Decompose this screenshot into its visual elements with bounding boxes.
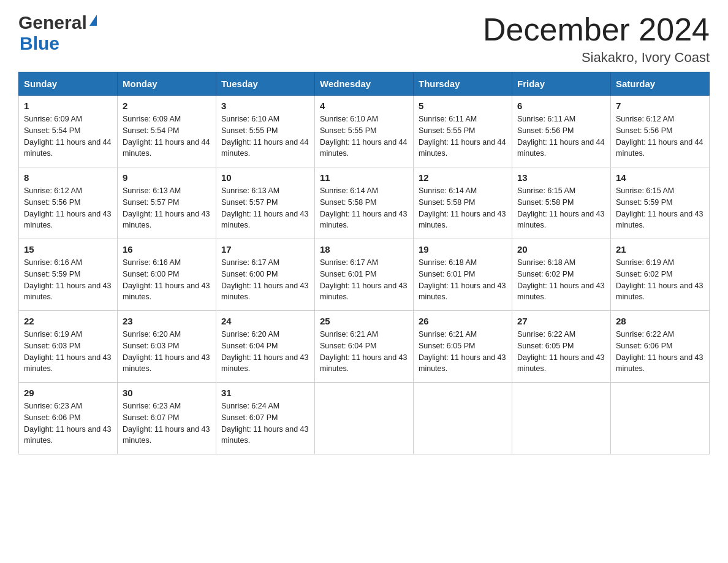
- day-number: 12: [419, 172, 507, 183]
- day-number: 24: [221, 316, 309, 326]
- calendar-week-row: 1 Sunrise: 6:09 AMSunset: 5:54 PMDayligh…: [19, 96, 710, 167]
- calendar-day-cell: [315, 383, 414, 454]
- calendar-day-cell: 9 Sunrise: 6:13 AMSunset: 5:57 PMDayligh…: [118, 167, 216, 239]
- day-info: Sunrise: 6:10 AMSunset: 5:55 PMDaylight:…: [221, 115, 308, 158]
- calendar-day-cell: 24 Sunrise: 6:20 AMSunset: 6:04 PMDaylig…: [216, 311, 315, 383]
- calendar-day-cell: 17 Sunrise: 6:17 AMSunset: 6:00 PMDaylig…: [216, 239, 315, 311]
- calendar-day-cell: 1 Sunrise: 6:09 AMSunset: 5:54 PMDayligh…: [19, 96, 118, 167]
- day-number: 15: [24, 244, 112, 255]
- day-number: 28: [616, 316, 704, 326]
- calendar-table: SundayMondayTuesdayWednesdayThursdayFrid…: [18, 72, 710, 454]
- day-number: 22: [24, 316, 112, 326]
- calendar-day-cell: 20 Sunrise: 6:18 AMSunset: 6:02 PMDaylig…: [512, 239, 611, 311]
- calendar-day-cell: 2 Sunrise: 6:09 AMSunset: 5:54 PMDayligh…: [118, 96, 216, 167]
- calendar-day-cell: 7 Sunrise: 6:12 AMSunset: 5:56 PMDayligh…: [611, 96, 710, 167]
- day-number: 21: [616, 244, 704, 255]
- day-info: Sunrise: 6:21 AMSunset: 6:04 PMDaylight:…: [320, 330, 407, 373]
- calendar-day-cell: 30 Sunrise: 6:23 AMSunset: 6:07 PMDaylig…: [118, 383, 216, 454]
- day-number: 7: [616, 101, 704, 111]
- day-info: Sunrise: 6:09 AMSunset: 5:54 PMDaylight:…: [24, 115, 111, 158]
- day-number: 30: [123, 388, 211, 398]
- day-info: Sunrise: 6:19 AMSunset: 6:03 PMDaylight:…: [24, 330, 111, 373]
- calendar-week-row: 8 Sunrise: 6:12 AMSunset: 5:56 PMDayligh…: [19, 167, 710, 239]
- calendar-week-row: 15 Sunrise: 6:16 AMSunset: 5:59 PMDaylig…: [19, 239, 710, 311]
- day-info: Sunrise: 6:22 AMSunset: 6:05 PMDaylight:…: [517, 330, 604, 373]
- logo-general-text: General: [18, 12, 87, 33]
- calendar-day-cell: 15 Sunrise: 6:16 AMSunset: 5:59 PMDaylig…: [19, 239, 118, 311]
- calendar-week-row: 22 Sunrise: 6:19 AMSunset: 6:03 PMDaylig…: [19, 311, 710, 383]
- calendar-day-cell: 18 Sunrise: 6:17 AMSunset: 6:01 PMDaylig…: [315, 239, 414, 311]
- day-number: 13: [517, 172, 605, 183]
- day-number: 31: [221, 388, 309, 398]
- calendar-day-cell: 8 Sunrise: 6:12 AMSunset: 5:56 PMDayligh…: [19, 167, 118, 239]
- day-info: Sunrise: 6:24 AMSunset: 6:07 PMDaylight:…: [221, 402, 308, 445]
- day-number: 29: [24, 388, 112, 398]
- day-of-week-header: Friday: [512, 72, 611, 96]
- day-number: 14: [616, 172, 704, 183]
- day-info: Sunrise: 6:14 AMSunset: 5:58 PMDaylight:…: [419, 186, 506, 229]
- calendar-day-cell: 11 Sunrise: 6:14 AMSunset: 5:58 PMDaylig…: [315, 167, 414, 239]
- calendar-day-cell: 3 Sunrise: 6:10 AMSunset: 5:55 PMDayligh…: [216, 96, 315, 167]
- day-info: Sunrise: 6:09 AMSunset: 5:54 PMDaylight:…: [123, 115, 210, 158]
- calendar-day-cell: 19 Sunrise: 6:18 AMSunset: 6:01 PMDaylig…: [414, 239, 512, 311]
- day-info: Sunrise: 6:20 AMSunset: 6:04 PMDaylight:…: [221, 330, 308, 373]
- day-of-week-header: Wednesday: [315, 72, 414, 96]
- logo-blue-text: Blue: [20, 33, 59, 54]
- day-number: 5: [419, 101, 507, 111]
- day-number: 27: [517, 316, 605, 326]
- calendar-day-cell: 22 Sunrise: 6:19 AMSunset: 6:03 PMDaylig…: [19, 311, 118, 383]
- calendar-day-cell: 12 Sunrise: 6:14 AMSunset: 5:58 PMDaylig…: [414, 167, 512, 239]
- calendar-day-cell: 13 Sunrise: 6:15 AMSunset: 5:58 PMDaylig…: [512, 167, 611, 239]
- day-info: Sunrise: 6:16 AMSunset: 5:59 PMDaylight:…: [24, 258, 111, 301]
- day-number: 4: [320, 101, 408, 111]
- calendar-day-cell: 10 Sunrise: 6:13 AMSunset: 5:57 PMDaylig…: [216, 167, 315, 239]
- day-of-week-header: Saturday: [611, 72, 710, 96]
- day-info: Sunrise: 6:12 AMSunset: 5:56 PMDaylight:…: [616, 115, 703, 158]
- calendar-day-cell: 25 Sunrise: 6:21 AMSunset: 6:04 PMDaylig…: [315, 311, 414, 383]
- day-number: 17: [221, 244, 309, 255]
- calendar-day-cell: 29 Sunrise: 6:23 AMSunset: 6:06 PMDaylig…: [19, 383, 118, 454]
- day-info: Sunrise: 6:22 AMSunset: 6:06 PMDaylight:…: [616, 330, 703, 373]
- calendar-week-row: 29 Sunrise: 6:23 AMSunset: 6:06 PMDaylig…: [19, 383, 710, 454]
- day-info: Sunrise: 6:18 AMSunset: 6:02 PMDaylight:…: [517, 258, 604, 301]
- day-number: 25: [320, 316, 408, 326]
- calendar-day-cell: 27 Sunrise: 6:22 AMSunset: 6:05 PMDaylig…: [512, 311, 611, 383]
- day-of-week-header: Tuesday: [216, 72, 315, 96]
- day-info: Sunrise: 6:12 AMSunset: 5:56 PMDaylight:…: [24, 186, 111, 229]
- day-info: Sunrise: 6:18 AMSunset: 6:01 PMDaylight:…: [419, 258, 506, 301]
- day-of-week-header: Sunday: [19, 72, 118, 96]
- day-number: 3: [221, 101, 309, 111]
- day-info: Sunrise: 6:11 AMSunset: 5:56 PMDaylight:…: [517, 115, 604, 158]
- day-info: Sunrise: 6:10 AMSunset: 5:55 PMDaylight:…: [320, 115, 407, 158]
- calendar-day-cell: [611, 383, 710, 454]
- calendar-day-cell: [414, 383, 512, 454]
- calendar-day-cell: [512, 383, 611, 454]
- page-subtitle: Siakakro, Ivory Coast: [483, 50, 710, 66]
- day-info: Sunrise: 6:15 AMSunset: 5:58 PMDaylight:…: [517, 186, 604, 229]
- day-info: Sunrise: 6:20 AMSunset: 6:03 PMDaylight:…: [123, 330, 210, 373]
- day-number: 11: [320, 172, 408, 183]
- day-info: Sunrise: 6:11 AMSunset: 5:55 PMDaylight:…: [419, 115, 506, 158]
- calendar-day-cell: 14 Sunrise: 6:15 AMSunset: 5:59 PMDaylig…: [611, 167, 710, 239]
- calendar-day-cell: 28 Sunrise: 6:22 AMSunset: 6:06 PMDaylig…: [611, 311, 710, 383]
- day-number: 8: [24, 172, 112, 183]
- day-number: 6: [517, 101, 605, 111]
- day-number: 20: [517, 244, 605, 255]
- day-info: Sunrise: 6:15 AMSunset: 5:59 PMDaylight:…: [616, 186, 703, 229]
- calendar-day-cell: 4 Sunrise: 6:10 AMSunset: 5:55 PMDayligh…: [315, 96, 414, 167]
- day-number: 1: [24, 101, 112, 111]
- calendar-day-cell: 31 Sunrise: 6:24 AMSunset: 6:07 PMDaylig…: [216, 383, 315, 454]
- logo-triangle-icon: [89, 15, 97, 26]
- day-number: 2: [123, 101, 211, 111]
- day-info: Sunrise: 6:21 AMSunset: 6:05 PMDaylight:…: [419, 330, 506, 373]
- day-number: 10: [221, 172, 309, 183]
- day-number: 23: [123, 316, 211, 326]
- day-info: Sunrise: 6:13 AMSunset: 5:57 PMDaylight:…: [123, 186, 210, 229]
- calendar-day-cell: 6 Sunrise: 6:11 AMSunset: 5:56 PMDayligh…: [512, 96, 611, 167]
- day-number: 16: [123, 244, 211, 255]
- title-area: December 2024 Siakakro, Ivory Coast: [483, 12, 710, 66]
- header: General Blue December 2024 Siakakro, Ivo…: [18, 12, 710, 66]
- day-info: Sunrise: 6:23 AMSunset: 6:07 PMDaylight:…: [123, 402, 210, 445]
- calendar-day-cell: 16 Sunrise: 6:16 AMSunset: 6:00 PMDaylig…: [118, 239, 216, 311]
- calendar-day-cell: 5 Sunrise: 6:11 AMSunset: 5:55 PMDayligh…: [414, 96, 512, 167]
